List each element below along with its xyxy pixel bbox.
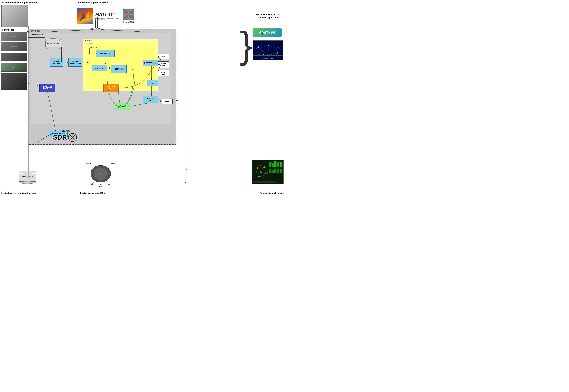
matlab-brand: MATLAB — [95, 12, 119, 17]
ephemeris-queue-box: EPHEMERIS QUEUE — [104, 84, 119, 92]
svg-rect-142 — [274, 168, 276, 173]
svg-marker-160 — [185, 182, 186, 183]
rf-device-1: Device 1 — [1, 32, 27, 41]
rf-frontends-label: RF front-ends — [1, 29, 14, 31]
gnu-octave-logo — [123, 9, 134, 20]
svg-marker-100 — [160, 100, 162, 102]
gnss-sdr-box-label: GNSS-SDR — [30, 30, 41, 32]
config-file-cylinder: CONFIGURATION FILE — [19, 171, 36, 184]
positioning-app-screen — [252, 160, 284, 184]
bottom-right-label: Positioning applications — [260, 192, 284, 194]
matlab-icon — [77, 8, 93, 24]
svg-line-109 — [130, 103, 147, 106]
svg-point-132 — [264, 167, 265, 168]
nmea-box: NMEA — [162, 98, 173, 104]
rinex-obs-box: RINEX OBS — [158, 70, 169, 76]
svg-rect-138 — [277, 162, 279, 167]
tools-brace: } — [240, 29, 252, 61]
matlab-text: MATLAB The Language of Technical Computi… — [95, 12, 119, 20]
svg-rect-143 — [277, 169, 279, 173]
acquisition-box: ACQUISITION — [96, 50, 115, 57]
svg-rect-135 — [269, 162, 271, 167]
svg-point-123 — [91, 183, 93, 185]
svg-point-72 — [268, 55, 269, 56]
telemetry-decoder-box: TELEMETRY DECODER — [111, 65, 127, 73]
channel-n-label: CHANNEL N — [84, 40, 92, 41]
svg-rect-144 — [280, 169, 282, 173]
svg-point-133 — [265, 172, 267, 174]
rinex-nav-box: RINEX NAV — [158, 61, 169, 68]
gnss-r-image: HOW GNSS-R WORKS — [253, 41, 283, 60]
rf-equipment-image: [RF Equipment] — [1, 5, 28, 27]
signal-samples-label: SIGNAL SAMPLES — [47, 43, 59, 45]
svg-point-67 — [263, 54, 264, 55]
svg-point-114 — [72, 137, 73, 138]
flowgraph-container: FLOWGRAPH SIGNAL SAMPLES fs fIN — [30, 33, 171, 124]
channel-2-label: CHANNEL 2 — [87, 43, 94, 45]
hardware-frontend-box: HARDWARE FRONT-END — [39, 84, 55, 92]
top-right-heading: GNSS external tools and scientific appli… — [253, 13, 283, 19]
rf-device-4: Device 4 — [1, 63, 27, 72]
bottom-center-label: Inertial Measurement Unit — [80, 192, 105, 194]
svg-rect-146 — [253, 181, 274, 182]
svg-marker-98 — [151, 94, 152, 96]
gnu-octave-label: GNU Octave — [123, 21, 134, 23]
gnu-octave-area: GNU Octave — [123, 9, 134, 23]
pvt-box: PVT — [147, 80, 158, 86]
svg-point-131 — [257, 167, 258, 169]
svg-rect-139 — [280, 162, 282, 167]
mathworks-label: The MathWorks™ — [95, 19, 119, 20]
svg-point-130 — [260, 171, 262, 173]
gpstk-text: GPSTk — [259, 31, 270, 35]
svg-rect-141 — [272, 170, 274, 173]
gpstk-logo: GPSTk — [253, 28, 282, 37]
rf-device-5: Device 5 — [1, 73, 27, 90]
svg-marker-149 — [28, 27, 29, 29]
gnss-r-subtitle: HOW GNSS-R WORKS — [261, 58, 274, 59]
kml-box: KML — [158, 54, 169, 59]
matlab-subtitle: The Language of Technical Computing — [95, 17, 119, 19]
top-left-heading: RF generators and signal grabbers — [1, 1, 38, 4]
svg-rect-140 — [269, 169, 271, 173]
svg-marker-80 — [67, 61, 68, 63]
signal-source-box: SIGNAL SOURCE — [50, 58, 63, 67]
svg-rect-145 — [253, 180, 283, 181]
signal-samples-cylinder: SIGNAL SAMPLES — [45, 38, 61, 49]
svg-point-54 — [127, 13, 130, 16]
top-center-heading: Intermediate signals analysis — [77, 1, 108, 4]
imu-area: Axis 1 Axis 0 IMU A — [84, 161, 118, 188]
bottom-left-label: Detailed receiver configuration sets — [1, 192, 35, 194]
tracking-box: TRACKING — [91, 65, 107, 71]
axis1-label: Axis 1 — [86, 163, 91, 165]
output-filter-box: OUTPUT FILTER — [143, 96, 158, 103]
gnss-sdr-container: GNSS-SDR FLOWGRAPH SIGNAL SAMPLES fs fIN — [29, 29, 176, 145]
signal-conditioner-box: SIGNAL CONDITIONER — [68, 58, 82, 67]
svg-point-125 — [108, 183, 110, 185]
rf-device-3: Device 3 — [1, 53, 27, 61]
page: RF generators and signal grabbers [RF Eq… — [0, 0, 284, 196]
imu-legs-svg — [90, 165, 112, 185]
config-file-label: CONFIGURATION FILE — [22, 176, 33, 179]
flowgraph-label: FLOWGRAPH — [32, 34, 44, 36]
svg-line-122 — [108, 175, 111, 176]
svg-point-134 — [258, 176, 260, 177]
msg-queue-box: MSG QUEUE — [115, 103, 130, 110]
svg-line-121 — [90, 175, 93, 176]
svg-marker-29 — [185, 168, 187, 171]
gnss-sdr-logo: GNSS SDR — [53, 129, 77, 142]
rf-device-2: USRP E100 — [1, 42, 27, 51]
svg-rect-137 — [274, 161, 276, 167]
axis2-label: Axis 2 — [97, 186, 102, 187]
svg-point-124 — [100, 184, 102, 185]
axis0-label: Axis 0 — [111, 163, 115, 165]
svg-line-99 — [158, 99, 162, 101]
matlab-area: MATLAB The Language of Technical Computi… — [77, 5, 142, 27]
svg-rect-136 — [272, 163, 274, 167]
svg-rect-147 — [253, 182, 278, 183]
gpstk-area: GPSTk — [253, 28, 283, 38]
channel-1-label: CHANNEL 1 — [89, 47, 97, 48]
